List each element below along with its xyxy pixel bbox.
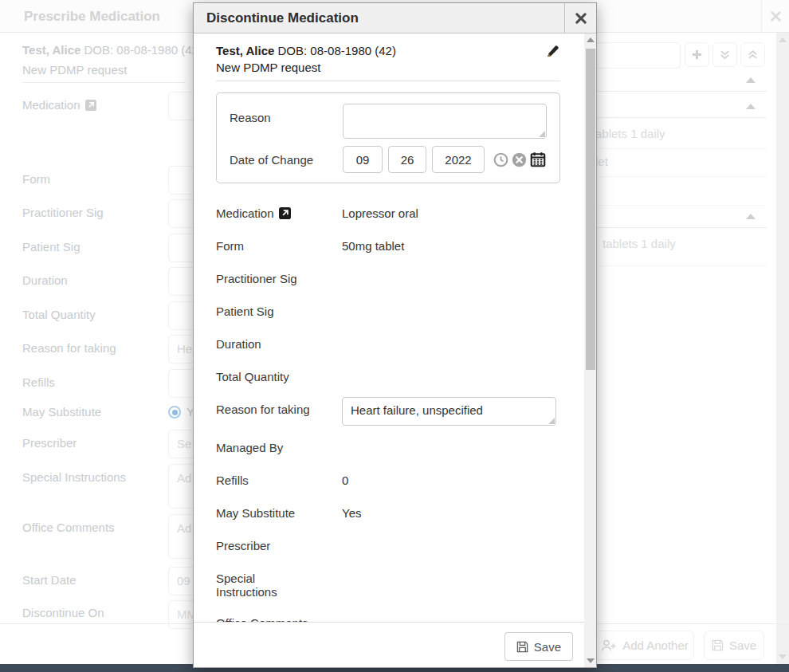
bg-field-label: Discontinue On [22,606,104,619]
field-row-form: Form 50mg tablet [216,231,560,264]
field-label: Form [216,239,342,253]
bg-field-label: Special Instructions [22,470,126,484]
bg-field-label: Patient Sig [22,240,80,253]
field-row-medication: Medication Lopressor oral [216,198,560,231]
reason-label: Reason [230,104,343,139]
save-icon [516,641,528,653]
chevrons-up-icon [747,49,759,61]
bg-patient-line: Test, Alice DOB: 08-08-1980 (42 [22,43,198,57]
dialog-close-button[interactable] [564,3,596,33]
field-row-prescriber: Prescriber [216,531,560,564]
scroll-down-icon [779,654,787,659]
medication-detail-rows: Medication Lopressor oral Form 50mg tabl… [216,198,560,622]
divider [595,205,767,206]
scroll-up-icon [779,37,787,42]
patient-name: Test, Alice [216,44,274,57]
bg-field-label: May Substitute [22,405,101,419]
bg-save-button: Save [704,631,764,660]
scroll-down-icon[interactable] [587,658,595,663]
resize-grip-icon[interactable] [539,131,545,137]
dialog-footer: Save [194,622,584,667]
field-label: Practitioner Sig [216,272,342,285]
save-icon [712,639,724,651]
bg-sig-snippet: tablets 1 daily [603,237,676,250]
date-day-input[interactable]: 26 [388,146,426,173]
divider [22,82,186,83]
divider [595,91,767,92]
radio-yes-selected [168,406,181,419]
date-month-input[interactable]: 09 [343,146,383,173]
bg-field-label: Refills [22,375,55,389]
field-row-may-substitute: May Substitute Yes [216,498,560,531]
field-label: Patient Sig [216,305,342,318]
close-icon [575,13,587,24]
divider [595,148,767,149]
collapse-caret-icon [746,214,756,219]
field-row-practitioner-sig: Practitioner Sig [216,264,560,297]
bg-field-label: Form [22,172,50,186]
divider [595,176,767,177]
bg-window-scrollbar [776,33,789,664]
date-year-input[interactable]: 2022 [432,146,485,173]
person-add-icon [601,639,617,652]
field-label: May Substitute [216,506,342,520]
bg-field-label: Total Quantity [22,308,96,321]
dialog-body: Test, Alice DOB: 08-08-1980 (42) New PDM… [194,33,596,667]
bg-patient-dob: DOB: 08-08-1980 (42 [84,43,198,57]
field-row-reason-for-taking: Reason for taking Heart failure, unspeci… [216,395,560,433]
field-row-total-quantity: Total Quantity [216,362,560,395]
bg-pdmp-note: New PDMP request [22,63,127,77]
bg-field-label: Prescriber [22,436,77,450]
pdmp-note: New PDMP request [216,61,560,74]
field-label: Reason for taking [216,403,342,416]
discontinue-medication-dialog: Discontinue Medication Test, Alice DOB: … [193,2,597,668]
plus-icon [691,49,703,61]
scroll-up-icon[interactable] [587,37,595,42]
save-label: Save [534,640,561,654]
field-row-patient-sig: Patient Sig [216,297,560,329]
bg-save-label: Save [729,639,756,652]
pencil-icon [546,45,559,58]
field-row-managed-by: Managed By [216,433,560,466]
add-button [685,42,709,67]
calendar-icon [530,151,546,167]
reason-for-taking-textarea[interactable]: Heart failure, unspecified [342,397,556,426]
clear-date-button[interactable] [512,152,527,167]
field-label: Prescriber [216,539,342,552]
chevrons-down-icon [719,49,731,61]
save-button[interactable]: Save [504,632,573,661]
field-label: Office Comments [216,616,342,622]
resize-grip-icon[interactable] [548,418,555,424]
bg-sig-snippet: ablets 1 daily [595,127,665,140]
field-row-duration: Duration [216,329,560,362]
bg-window-title: Prescribe Medication [24,9,160,25]
patient-line: Test, Alice DOB: 08-08-1980 (42) [216,44,560,57]
dialog-header[interactable]: Discontinue Medication [194,3,596,33]
edit-patient-button[interactable] [546,45,560,59]
calendar-button[interactable] [530,151,546,167]
scrollbar-thumb[interactable] [586,49,595,370]
reason-textarea[interactable] [343,104,547,139]
divider [595,117,767,118]
bg-form-snippet: let [595,155,608,168]
discontinue-reason-panel: Reason Date of Change 09 26 2022 [216,92,560,183]
patient-summary: Test, Alice DOB: 08-08-1980 (42) New PDM… [216,33,560,81]
dialog-scroll-content: Test, Alice DOB: 08-08-1980 (42) New PDM… [194,33,584,622]
field-label: Total Quantity [216,370,342,383]
patient-dob: DOB: 08-08-1980 (42) [278,44,396,57]
field-label: Special Instructions [216,572,288,599]
time-button[interactable] [493,152,508,167]
bg-field-label: Reason for taking [22,341,116,355]
dialog-title: Discontinue Medication [206,10,359,26]
date-of-change-label: Date of Change [230,153,343,167]
collapse-caret-icon [746,104,756,109]
dialog-scrollbar[interactable] [584,33,596,667]
collapse-caret-icon [746,77,756,83]
field-label: Medication [216,206,274,220]
field-row-refills: Refills 0 [216,466,560,498]
external-link-icon[interactable] [279,207,291,219]
expand-all-button [712,42,737,67]
bg-field-label: Office Comments [22,521,115,534]
bg-patient-name: Test, Alice [22,43,80,57]
bg-field-label: Duration [22,273,68,287]
